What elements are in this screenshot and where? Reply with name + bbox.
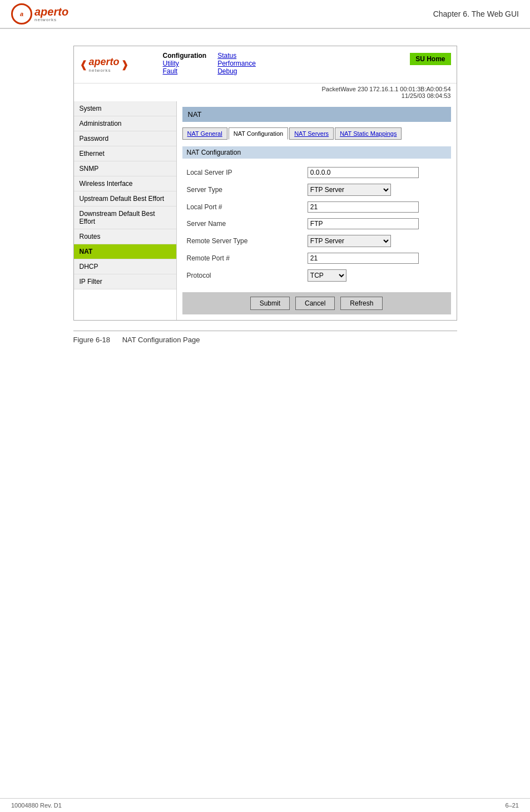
tab-nat-general[interactable]: NAT General bbox=[182, 127, 227, 140]
sidebar-item-nat[interactable]: NAT bbox=[74, 244, 176, 259]
label-local-port: Local Port # bbox=[182, 199, 303, 215]
label-protocol: Protocol bbox=[182, 267, 303, 284]
sidebar-item-administration[interactable]: Administration bbox=[74, 116, 176, 131]
page-footer: 10004880 Rev. D1 6–21 bbox=[0, 798, 530, 812]
page-header: a aperto networks Chapter 6. The Web GUI bbox=[0, 0, 530, 29]
nav-status[interactable]: Status bbox=[217, 52, 256, 60]
section-header: NAT bbox=[182, 107, 451, 122]
form-row-server-type: Server Type FTP Server HTTP Server SMTP … bbox=[182, 181, 451, 199]
sidebar-item-ipfilter[interactable]: IP Filter bbox=[74, 274, 176, 289]
sidebar-item-snmp[interactable]: SNMP bbox=[74, 161, 176, 176]
label-server-name: Server Name bbox=[182, 215, 303, 232]
nav-row-1: Configuration bbox=[163, 52, 207, 60]
form-row-server-name: Server Name bbox=[182, 215, 451, 232]
sidebar-item-routes[interactable]: Routes bbox=[74, 229, 176, 244]
sidebar-item-password[interactable]: Password bbox=[74, 131, 176, 146]
nav-group-right: Status Performance Debug bbox=[217, 52, 256, 75]
nav-fault[interactable]: Fault bbox=[163, 67, 178, 75]
tab-nat-servers[interactable]: NAT Servers bbox=[289, 127, 334, 140]
nav-debug[interactable]: Debug bbox=[217, 67, 256, 75]
form-row-remote-port: Remote Port # bbox=[182, 250, 451, 267]
submit-button[interactable]: Submit bbox=[250, 297, 290, 310]
nav-utility[interactable]: Utility bbox=[163, 60, 179, 67]
label-remote-server-type: Remote Server Type bbox=[182, 232, 303, 250]
screen-logo: ❰ aperto networks ❱ bbox=[80, 51, 157, 78]
select-protocol[interactable]: TCP UDP bbox=[308, 269, 346, 282]
form-row-remote-server-type: Remote Server Type FTP Server HTTP Serve… bbox=[182, 232, 451, 250]
sidebar-item-downstream[interactable]: Downstream Default Best Effort bbox=[74, 206, 176, 229]
chapter-title: Chapter 6. The Web GUI bbox=[433, 9, 519, 18]
logo-text: aperto bbox=[34, 6, 68, 17]
nav-row-2: Utility bbox=[163, 60, 207, 67]
figure-number: Figure 6-18 bbox=[73, 336, 110, 344]
sidebar-item-dhcp[interactable]: DHCP bbox=[74, 259, 176, 274]
nav-configuration[interactable]: Configuration bbox=[163, 52, 207, 60]
nav-performance[interactable]: Performance bbox=[217, 60, 256, 67]
device-info: PacketWave 230 172.16.1.1 00:01:3B:A0:00… bbox=[74, 83, 457, 101]
sidebar-item-upstream[interactable]: Upstream Default Best Effort bbox=[74, 191, 176, 206]
form-row-local-server-ip: Local Server IP bbox=[182, 164, 451, 181]
form-row-protocol: Protocol TCP UDP bbox=[182, 267, 451, 284]
label-server-type: Server Type bbox=[182, 181, 303, 199]
form-row-local-port: Local Port # bbox=[182, 199, 451, 215]
screenshot-frame: ❰ aperto networks ❱ Configuration Utilit… bbox=[73, 46, 457, 321]
nav-row-3: Fault bbox=[163, 67, 207, 75]
device-info-line2: 11/25/03 08:04:53 bbox=[80, 92, 451, 99]
sidebar-item-system[interactable]: System bbox=[74, 101, 176, 116]
tab-nat-configuration[interactable]: NAT Configuration bbox=[229, 127, 288, 140]
label-remote-port: Remote Port # bbox=[182, 250, 303, 267]
su-home-button[interactable]: SU Home bbox=[410, 53, 450, 65]
input-remote-port[interactable] bbox=[308, 253, 419, 264]
company-logo: a aperto networks bbox=[11, 3, 68, 24]
sidebar-item-wireless[interactable]: Wireless Interface bbox=[74, 176, 176, 191]
button-bar: Submit Cancel Refresh bbox=[182, 292, 451, 314]
input-local-port[interactable] bbox=[308, 201, 419, 213]
figure-caption: Figure 6-18 NAT Configuration Page bbox=[73, 331, 457, 344]
logo-circle: a bbox=[11, 3, 32, 24]
logo-subtext: networks bbox=[34, 17, 68, 22]
logo-curve-icon: ❰ bbox=[80, 58, 88, 71]
screen-logo-sub: networks bbox=[89, 68, 120, 73]
select-server-type[interactable]: FTP Server HTTP Server SMTP Server POP3 … bbox=[308, 184, 391, 196]
label-local-server-ip: Local Server IP bbox=[182, 164, 303, 181]
input-server-name[interactable] bbox=[308, 218, 419, 229]
footer-right: 6–21 bbox=[506, 802, 519, 809]
device-info-line1: PacketWave 230 172.16.1.1 00:01:3B:A0:00… bbox=[80, 86, 451, 92]
footer-left: 10004880 Rev. D1 bbox=[11, 802, 62, 809]
content-area: NAT NAT General NAT Configuration NAT Se… bbox=[177, 101, 457, 320]
tab-bar: NAT General NAT Configuration NAT Server… bbox=[182, 127, 451, 140]
refresh-button[interactable]: Refresh bbox=[340, 297, 383, 310]
logo-curve-right-icon: ❱ bbox=[121, 58, 129, 71]
tab-nat-static-mappings[interactable]: NAT Static Mappings bbox=[335, 127, 402, 140]
sub-section-header: NAT Configuration bbox=[182, 146, 451, 159]
cancel-button[interactable]: Cancel bbox=[295, 297, 335, 310]
nav-group: Configuration Utility Fault bbox=[163, 52, 207, 75]
screen-header: ❰ aperto networks ❱ Configuration Utilit… bbox=[74, 46, 457, 83]
input-local-server-ip[interactable] bbox=[308, 167, 419, 178]
select-remote-server-type[interactable]: FTP Server HTTP Server SMTP Server POP3 … bbox=[308, 235, 391, 247]
screen-logo-text: aperto bbox=[89, 56, 120, 68]
screen-body: System Administration Password Ethernet … bbox=[74, 101, 457, 320]
sidebar-item-ethernet[interactable]: Ethernet bbox=[74, 146, 176, 161]
main-content: ❰ aperto networks ❱ Configuration Utilit… bbox=[0, 29, 530, 361]
sidebar: System Administration Password Ethernet … bbox=[74, 101, 177, 320]
form-table: Local Server IP Server Type FTP Server H… bbox=[182, 164, 451, 284]
figure-title: NAT Configuration Page bbox=[122, 336, 200, 344]
